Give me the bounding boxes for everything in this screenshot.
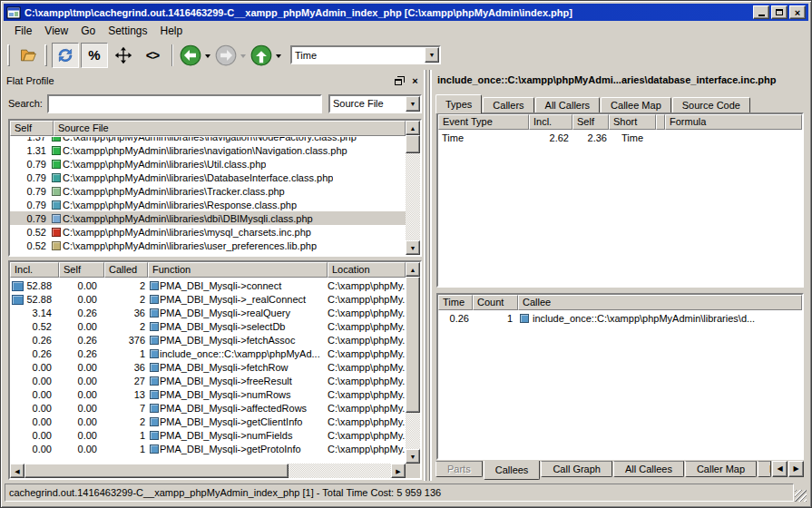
- function-name: PMA_DBI_Mysqli->numFields: [160, 430, 292, 441]
- column-header-self[interactable]: Self: [10, 121, 54, 136]
- shorten-templates-button[interactable]: <>: [139, 43, 166, 68]
- tab-callers[interactable]: Callers: [483, 97, 533, 113]
- tab-types[interactable]: Types: [435, 94, 482, 113]
- menu-view[interactable]: View: [39, 23, 73, 39]
- menu-file[interactable]: File: [9, 23, 37, 39]
- expand-mode-button[interactable]: [110, 43, 137, 68]
- column-header-incl[interactable]: Incl.: [10, 262, 59, 278]
- scroll-up-icon[interactable]: ▲: [406, 121, 420, 135]
- resize-grip-icon[interactable]: [795, 490, 807, 502]
- column-header-self[interactable]: Self: [59, 262, 104, 278]
- menu-help[interactable]: Help: [155, 23, 189, 39]
- function-row[interactable]: 0.260.26376PMA_DBI_Mysqli->fetchAssocC:\…: [10, 333, 406, 347]
- search-input[interactable]: [47, 94, 322, 113]
- open-file-button[interactable]: [15, 43, 42, 68]
- source-file-row[interactable]: 0.52C:\xampp\phpMyAdmin\libraries\mysql_…: [10, 225, 406, 239]
- percent-toggle-button[interactable]: %: [81, 43, 108, 68]
- tab-callees[interactable]: Callees: [484, 461, 541, 480]
- function-row[interactable]: 0.000.001PMA_DBI_Mysqli->getProtoInfoC:\…: [10, 442, 406, 455]
- source-file-row[interactable]: 0.52C:\xampp\phpMyAdmin\libraries\user_p…: [10, 239, 406, 252]
- source-file-row[interactable]: 1.37C:\xampp\phpMyAdmin\libraries\naviga…: [10, 137, 406, 143]
- function-row[interactable]: 0.000.0013PMA_DBI_Mysqli->numRowsC:\xamp…: [10, 387, 406, 401]
- panel-splitter[interactable]: [424, 70, 432, 481]
- function-table-vscrollbar[interactable]: ▲ ▼: [406, 262, 420, 464]
- function-row[interactable]: 0.260.261include_once::C:\xampp\phpMyAd.…: [10, 347, 406, 360]
- scroll-down-icon[interactable]: ▼: [406, 240, 420, 255]
- minimize-button[interactable]: [753, 5, 769, 19]
- scroll-down-icon[interactable]: ▼: [406, 449, 420, 464]
- tab-all-callees[interactable]: All Callees: [613, 461, 684, 477]
- menu-go[interactable]: Go: [75, 23, 101, 39]
- function-row[interactable]: 52.880.002PMA_DBI_Mysqli->_realConnectC:…: [10, 292, 406, 306]
- scroll-left-icon[interactable]: ◀: [10, 464, 24, 478]
- tab-machine[interactable]: Machine: [758, 461, 771, 477]
- source-file-row[interactable]: 0.79C:\xampp\phpMyAdmin\libraries\Util.c…: [10, 157, 406, 171]
- column-header-callee[interactable]: Callee: [518, 295, 802, 310]
- function-row[interactable]: 0.000.001PMA_DBI_Mysqli->numFieldsC:\xam…: [10, 428, 406, 442]
- close-button[interactable]: ×: [789, 5, 806, 19]
- menu-settings[interactable]: Settings: [103, 23, 152, 39]
- toolbar-handle-2[interactable]: [44, 44, 47, 66]
- back-dropdown-icon[interactable]: [205, 54, 210, 61]
- source-file-row[interactable]: 1.31C:\xampp\phpMyAdmin\libraries\naviga…: [10, 143, 406, 157]
- callees-table-header: Time Count Callee: [438, 295, 802, 311]
- function-row[interactable]: 0.000.007PMA_DBI_Mysqli->affectedRowsC:\…: [10, 401, 406, 415]
- function-row[interactable]: 3.140.2636PMA_DBI_Mysqli->realQueryC:\xa…: [10, 306, 406, 319]
- tab-source-code[interactable]: Source Code: [672, 97, 750, 113]
- scroll-track[interactable]: [406, 277, 420, 449]
- callee-row[interactable]: 0.261include_once::C:\xampp\phpMyAdmin\l…: [438, 311, 802, 326]
- scroll-track[interactable]: [406, 135, 420, 240]
- function-row[interactable]: 0.000.0027PMA_DBI_Mysqli->freeResultC:\x…: [10, 374, 406, 387]
- function-row[interactable]: 0.000.002PMA_DBI_Mysqli->getClientInfoC:…: [10, 415, 406, 428]
- column-header-formula[interactable]: Formula: [665, 114, 802, 130]
- up-button[interactable]: [249, 44, 273, 67]
- column-header-event-type[interactable]: Event Type: [438, 114, 529, 130]
- group-by-dropdown-icon[interactable]: ▼: [406, 96, 420, 112]
- column-header-self[interactable]: Self: [572, 114, 609, 130]
- dock-float-button[interactable]: [392, 74, 406, 87]
- function-name-cell: PMA_DBI_Mysqli->affectedRows: [148, 403, 328, 414]
- column-header-called[interactable]: Called: [104, 262, 148, 278]
- source-list-vscrollbar[interactable]: ▲ ▼: [406, 121, 420, 255]
- title-bar[interactable]: C:\xampp\tmp\cachegrind.out.1416463299-C…: [4, 4, 808, 21]
- event-type-row[interactable]: Time2.622.36Time: [438, 131, 802, 144]
- source-file-row[interactable]: 0.79C:\xampp\phpMyAdmin\libraries\dbi\DB…: [10, 211, 406, 225]
- refresh-icon: [56, 46, 74, 64]
- scroll-up-icon[interactable]: ▲: [406, 262, 420, 277]
- toolbar-handle[interactable]: [7, 44, 10, 66]
- maximize-button[interactable]: [771, 5, 788, 19]
- scroll-thumb[interactable]: [406, 277, 420, 413]
- function-row[interactable]: 52.880.002PMA_DBI_Mysqli->connectC:\xamp…: [10, 278, 406, 292]
- tab-caller-map[interactable]: Caller Map: [685, 461, 757, 477]
- group-by-select[interactable]: Source File ▼: [328, 94, 422, 113]
- column-header-time[interactable]: Time: [438, 295, 473, 310]
- source-file-row[interactable]: 0.79C:\xampp\phpMyAdmin\libraries\Databa…: [10, 171, 406, 184]
- column-header-source-file[interactable]: Source File: [54, 121, 406, 136]
- tab-scroll-left-icon[interactable]: ◀: [772, 461, 788, 477]
- tab-callee-map[interactable]: Callee Map: [601, 97, 671, 113]
- column-header-count[interactable]: Count: [473, 295, 518, 310]
- scroll-track[interactable]: [24, 464, 391, 478]
- function-row[interactable]: 0.520.002PMA_DBI_Mysqli->selectDbC:\xamp…: [10, 319, 406, 333]
- scroll-thumb[interactable]: [406, 135, 420, 153]
- column-header-function[interactable]: Function: [148, 262, 328, 278]
- source-file-row[interactable]: 0.79C:\xampp\phpMyAdmin\libraries\Respon…: [10, 198, 406, 211]
- function-row[interactable]: 0.000.0036PMA_DBI_Mysqli->fetchRowC:\xam…: [10, 360, 406, 374]
- scroll-right-icon[interactable]: ▶: [391, 464, 406, 478]
- source-file-row[interactable]: 0.79C:\xampp\phpMyAdmin\libraries\Tracke…: [10, 184, 406, 198]
- reload-button[interactable]: [52, 43, 79, 68]
- tab-all-callers[interactable]: All Callers: [535, 97, 601, 113]
- tab-scroll-right-icon[interactable]: ▶: [788, 461, 804, 477]
- event-type-dropdown-icon[interactable]: ▼: [425, 47, 439, 63]
- function-color-icon: [150, 336, 159, 345]
- scroll-thumb[interactable]: [24, 464, 289, 478]
- tab-call-graph[interactable]: Call Graph: [541, 461, 612, 477]
- back-button[interactable]: [179, 44, 202, 67]
- column-header-location[interactable]: Location: [328, 262, 406, 278]
- function-table-hscrollbar[interactable]: ◀ ▶: [10, 464, 406, 478]
- column-header-short[interactable]: Short: [609, 114, 656, 130]
- column-header-incl[interactable]: Incl.: [529, 114, 572, 130]
- dock-close-button[interactable]: ×: [408, 74, 422, 87]
- up-dropdown-icon[interactable]: [276, 54, 281, 61]
- event-type-select[interactable]: Time ▼: [290, 45, 441, 64]
